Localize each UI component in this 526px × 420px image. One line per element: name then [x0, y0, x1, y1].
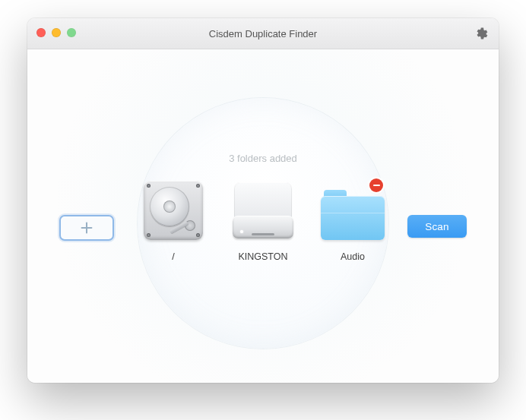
folder-item-kingston[interactable]: KINGSTON	[227, 177, 299, 262]
folders-count-label: 3 folders added	[229, 153, 297, 164]
window-controls	[36, 28, 76, 37]
zoom-window-button[interactable]	[67, 28, 76, 37]
folder-item-label: KINGSTON	[238, 251, 287, 262]
add-folder-button[interactable]	[59, 215, 114, 241]
remove-folder-button[interactable]	[369, 178, 383, 192]
gear-icon	[474, 26, 490, 41]
external-drive-icon	[233, 182, 293, 238]
folder-icon	[321, 190, 385, 240]
titlebar: Cisdem Duplicate Finder	[27, 18, 499, 49]
close-window-button[interactable]	[36, 28, 46, 37]
window-title: Cisdem Duplicate Finder	[27, 28, 499, 39]
folder-item-audio[interactable]: Audio	[316, 177, 389, 262]
folder-item-label: /	[172, 251, 174, 262]
folder-item-label: Audio	[341, 251, 365, 262]
settings-button[interactable]	[474, 26, 490, 41]
minimize-window-button[interactable]	[52, 28, 61, 37]
plus-icon	[78, 219, 95, 236]
internal-drive-icon	[144, 181, 203, 240]
content-area: Scan 3 folders added	[27, 49, 499, 383]
scan-button-label: Scan	[425, 221, 449, 232]
app-window: Cisdem Duplicate Finder Scan 3 folders a…	[27, 18, 499, 383]
scan-button[interactable]: Scan	[407, 215, 467, 238]
folders-row: / KINGSTON	[137, 177, 389, 262]
folder-item-root[interactable]: /	[137, 177, 210, 262]
